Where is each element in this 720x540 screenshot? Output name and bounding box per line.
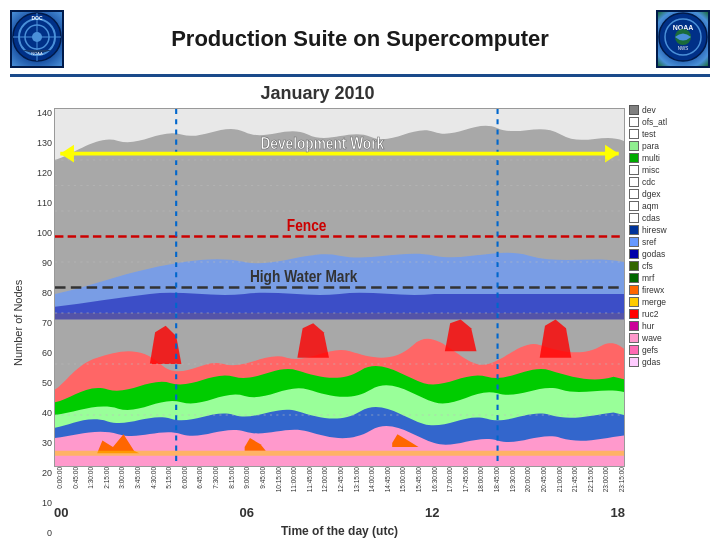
chart-container: Number of Nodes 140 130 120 110 100 90 8… [10,108,625,538]
legend-item-dgex: dgex [629,189,710,199]
legend-item-ruc2: ruc2 [629,309,710,319]
legend-item-merge: merge [629,297,710,307]
svg-text:Development Work: Development Work [260,133,384,152]
legend-item-gefs: gefs [629,345,710,355]
legend-item-mrf: mrf [629,273,710,283]
legend-item-dev: dev [629,105,710,115]
legend-color-mrf [629,273,639,283]
legend-item-cdc: cdc [629,177,710,187]
legend-color-para [629,141,639,151]
legend-item-wave: wave [629,333,710,343]
legend-item-cfs: cfs [629,261,710,271]
x-main-labels: 00 06 12 18 [54,503,625,522]
legend-item-aqm: aqm [629,201,710,211]
legend-color-dgex [629,189,639,199]
svg-text:DOC: DOC [31,15,43,21]
legend-color-multi [629,153,639,163]
legend-color-merge [629,297,639,307]
legend-item-hiresw: hiresw [629,225,710,235]
legend-color-hur [629,321,639,331]
legend-color-cfs [629,261,639,271]
legend: dev ofs_atl test para multi misc [625,83,710,538]
legend-item-sref: sref [629,237,710,247]
legend-color-wave [629,333,639,343]
legend-color-gdas [629,357,639,367]
legend-color-firewx [629,285,639,295]
legend-color-test [629,129,639,139]
legend-item-gdas: gdas [629,357,710,367]
legend-color-ofs-atl [629,117,639,127]
legend-item-firewx: firewx [629,285,710,295]
legend-color-godas [629,249,639,259]
legend-color-gefs [629,345,639,355]
legend-color-cdc [629,177,639,187]
logo-left: DOC NOAA [10,10,64,68]
legend-item-cdas: cdas [629,213,710,223]
legend-color-cdas [629,213,639,223]
svg-text:Fence: Fence [287,216,327,235]
y-axis-label: Number of Nodes [10,108,26,538]
legend-item-para: para [629,141,710,151]
x-axis-ticks: 0:00:00 0:45:00 1:30:00 2:15:00 3:00:00 … [54,467,625,503]
header: DOC NOAA Production Suite on Supercomput… [10,10,710,77]
svg-text:NOAA: NOAA [31,51,43,56]
chart-svg: Fence High Water Mark [55,109,624,466]
content-area: January 2010 Number of Nodes 140 130 120… [10,83,710,538]
legend-item-test: test [629,129,710,139]
x-axis-title: Time of the day (utc) [54,524,625,538]
legend-item-ofs-atl: ofs_atl [629,117,710,127]
legend-item-godas: godas [629,249,710,259]
chart-section: January 2010 Number of Nodes 140 130 120… [10,83,625,538]
slide: DOC NOAA Production Suite on Supercomput… [0,0,720,540]
page-title: Production Suite on Supercomputer [64,26,656,52]
legend-item-misc: misc [629,165,710,175]
legend-color-hiresw [629,225,639,235]
legend-color-misc [629,165,639,175]
legend-color-sref [629,237,639,247]
legend-item-hur: hur [629,321,710,331]
svg-text:NWS: NWS [678,46,689,51]
chart-plot: Fence High Water Mark [54,108,625,467]
legend-color-aqm [629,201,639,211]
legend-item-multi: multi [629,153,710,163]
legend-color-dev [629,105,639,115]
svg-text:High Water Mark: High Water Mark [250,267,358,286]
y-axis-numbers: 140 130 120 110 100 90 80 70 60 50 40 30… [26,108,54,538]
legend-color-ruc2 [629,309,639,319]
chart-title: January 2010 [10,83,625,104]
logo-right: NOAA NWS [656,10,710,68]
svg-point-5 [32,32,42,42]
